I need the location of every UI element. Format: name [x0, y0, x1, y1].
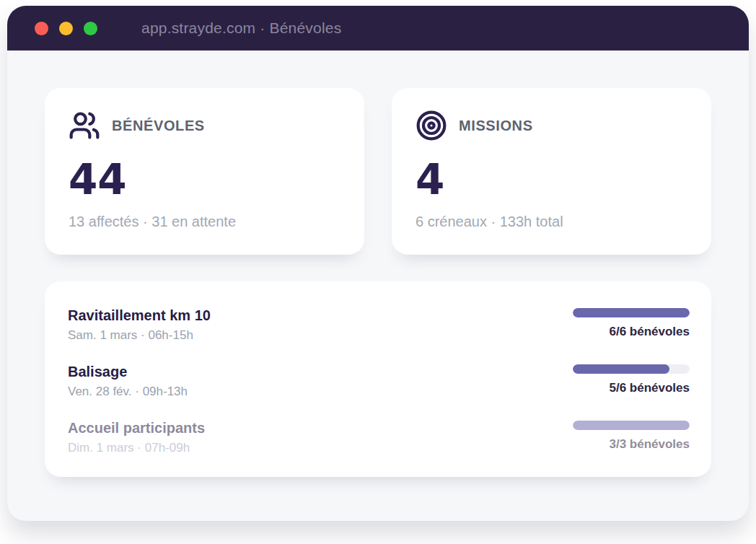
progress-track	[573, 421, 690, 430]
address-title: app.strayde.com · Bénévoles	[141, 19, 341, 37]
mission-schedule: Dim. 1 mars · 07h-09h	[68, 441, 205, 455]
progress-track	[573, 308, 690, 317]
mission-title: Accueil participants	[68, 419, 205, 436]
progress-fill	[573, 421, 690, 430]
stat-label: BÉNÉVOLES	[112, 118, 205, 134]
mission-schedule: Ven. 28 fév. · 09h-13h	[68, 385, 188, 399]
stat-head: MISSIONS	[416, 110, 687, 141]
stat-value: 4	[416, 159, 687, 201]
users-icon	[69, 110, 100, 141]
stat-detail: 13 affectés · 31 en attente	[69, 214, 340, 230]
mission-info: Accueil participants Dim. 1 mars · 07h-0…	[68, 419, 205, 455]
mission-title: Balisage	[68, 363, 188, 380]
stat-label: MISSIONS	[459, 118, 533, 134]
progress-track	[573, 364, 690, 374]
close-button[interactable]	[35, 22, 48, 35]
mission-info: Ravitaillement km 10 Sam. 1 mars · 06h-1…	[68, 307, 211, 343]
stat-card-missions: MISSIONS 4 6 créneaux · 133h total	[392, 88, 711, 255]
mission-progress: 3/3 bénévoles	[573, 419, 690, 452]
stat-head: BÉNÉVOLES	[69, 110, 340, 141]
mission-progress: 5/6 bénévoles	[573, 363, 690, 395]
titlebar: app.strayde.com · Bénévoles	[7, 6, 749, 51]
mission-count: 3/3 bénévoles	[573, 437, 690, 452]
mission-count: 5/6 bénévoles	[573, 381, 690, 395]
stat-detail: 6 créneaux · 133h total	[416, 214, 687, 230]
stats-row: BÉNÉVOLES 44 13 affectés · 31 en attente…	[45, 88, 711, 255]
stat-card-benevoles: BÉNÉVOLES 44 13 affectés · 31 en attente	[45, 88, 364, 255]
content-area: BÉNÉVOLES 44 13 affectés · 31 en attente…	[7, 51, 749, 477]
mission-info: Balisage Ven. 28 fév. · 09h-13h	[68, 363, 188, 399]
mission-title: Ravitaillement km 10	[68, 307, 211, 324]
mission-row-balisage[interactable]: Balisage Ven. 28 fév. · 09h-13h 5/6 béné…	[68, 363, 690, 399]
mission-count: 6/6 bénévoles	[573, 325, 690, 339]
traffic-lights	[35, 22, 108, 35]
minimize-button[interactable]	[59, 22, 73, 35]
progress-fill	[573, 308, 690, 317]
mission-schedule: Sam. 1 mars · 06h-15h	[68, 328, 211, 343]
progress-fill	[573, 364, 669, 374]
mission-progress: 6/6 bénévoles	[573, 307, 690, 339]
zoom-button[interactable]	[84, 22, 97, 35]
target-icon	[416, 110, 447, 141]
mission-row-ravitaillement[interactable]: Ravitaillement km 10 Sam. 1 mars · 06h-1…	[68, 307, 690, 343]
missions-list-card: Ravitaillement km 10 Sam. 1 mars · 06h-1…	[45, 281, 711, 477]
stat-value: 44	[69, 159, 340, 201]
app-window: app.strayde.com · Bénévoles BÉNÉVOLES	[7, 6, 749, 521]
mission-row-accueil[interactable]: Accueil participants Dim. 1 mars · 07h-0…	[68, 419, 690, 455]
